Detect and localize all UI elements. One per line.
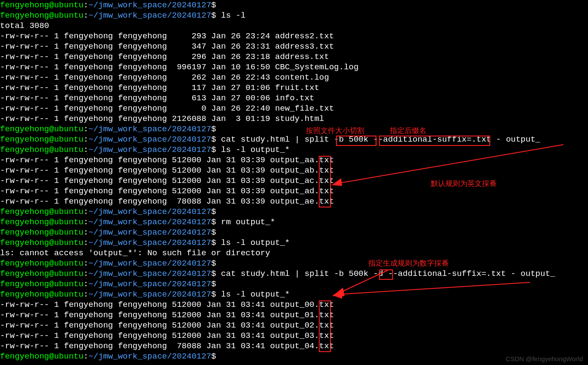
output-line: -rw-rw-r-- 1 fengyehong fengyehong 21260… — [0, 114, 588, 124]
highlight-box — [319, 300, 331, 352]
svg-marker-1 — [332, 178, 342, 186]
svg-marker-5 — [333, 289, 343, 299]
output-line: -rw-rw-r-- 1 fengyehong fengyehong 51200… — [0, 320, 588, 331]
output-line: -rw-rw-r-- 1 fengyehong fengyehong 613 J… — [0, 93, 588, 103]
prompt-line: fengyehong@ubuntu:~/jmw_work_space/20240… — [0, 238, 588, 248]
output-line: ls: cannot access 'output_*': No such fi… — [0, 248, 588, 258]
highlight-box — [319, 156, 331, 207]
output-line: -rw-rw-r-- 1 fengyehong fengyehong 296 J… — [0, 52, 588, 62]
arrow-icon — [332, 279, 534, 305]
output-line: -rw-rw-r-- 1 fengyehong fengyehong 51200… — [0, 331, 588, 341]
annotation-suffix: 指定后缀名 — [390, 126, 426, 136]
watermark: CSDN @fengyehongWorld — [506, 355, 583, 362]
arrow-icon — [332, 142, 573, 189]
prompt-line: fengyehong@ubuntu:~/jmw_work_space/20240… — [0, 0, 588, 10]
prompt-line: fengyehong@ubuntu:~/jmw_work_space/20240… — [0, 124, 588, 134]
output-line: -rw-rw-r-- 1 fengyehong fengyehong 0 Jan… — [0, 103, 588, 114]
svg-line-0 — [338, 145, 563, 183]
prompt-line: fengyehong@ubuntu:~/jmw_work_space/20240… — [0, 217, 588, 227]
output-line: -rw-rw-r-- 1 fengyehong fengyehong 293 J… — [0, 31, 588, 41]
prompt-line: fengyehong@ubuntu:~/jmw_work_space/20240… — [0, 207, 588, 217]
prompt-line: fengyehong@ubuntu:~/jmw_work_space/20240… — [0, 227, 588, 238]
output-line: total 3080 — [0, 21, 588, 31]
output-line: -rw-rw-r-- 1 fengyehong fengyehong 51200… — [0, 310, 588, 320]
output-line: -rw-rw-r-- 1 fengyehong fengyehong 78088… — [0, 341, 588, 351]
output-line: -rw-rw-r-- 1 fengyehong fengyehong 117 J… — [0, 83, 588, 93]
output-line: -rw-rw-r-- 1 fengyehong fengyehong 99619… — [0, 62, 588, 72]
output-line: -rw-rw-r-- 1 fengyehong fengyehong 347 J… — [0, 41, 588, 52]
output-line: -rw-rw-r-- 1 fengyehong fengyehong 78088… — [0, 196, 588, 207]
prompt-line: fengyehong@ubuntu:~/jmw_work_space/20240… — [0, 10, 588, 21]
annotation-split-size: 按照文件大小切割 — [306, 126, 364, 136]
output-line: -rw-rw-r-- 1 fengyehong fengyehong 262 J… — [0, 72, 588, 83]
svg-line-4 — [338, 282, 530, 294]
prompt-line: fengyehong@ubuntu:~/jmw_work_space/20240… — [0, 351, 588, 362]
